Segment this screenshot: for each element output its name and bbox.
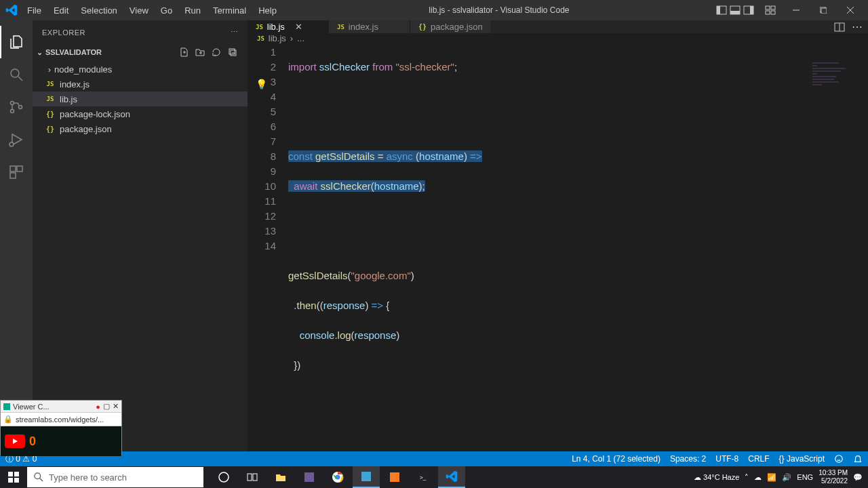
customize-layout-icon[interactable] <box>765 5 776 16</box>
overlay-url: streamlabs.com/widgets/... <box>16 415 104 424</box>
tab-label: index.js <box>349 22 378 32</box>
minimap[interactable] <box>812 62 860 130</box>
new-file-icon[interactable] <box>178 47 189 58</box>
editor-area: JS lib.js ✕ JS index.js {} package.json … <box>248 20 868 451</box>
breadcrumb-tail: ... <box>297 33 304 43</box>
close-tab-icon[interactable]: ✕ <box>294 22 304 32</box>
menu-help[interactable]: Help <box>253 3 282 18</box>
svg-rect-3 <box>730 11 740 14</box>
window-close-button[interactable] <box>838 1 863 20</box>
menu-selection[interactable]: Selection <box>75 3 122 18</box>
menu-bar: File Edit Selection View Go Run Terminal… <box>22 3 282 18</box>
file-label: node_modules <box>54 64 112 75</box>
svg-point-18 <box>11 110 14 113</box>
file-item[interactable]: {} package.json <box>33 121 248 136</box>
taskbar-search[interactable]: Type here to search <box>27 467 203 487</box>
toggle-primary-sidebar-icon[interactable] <box>716 5 727 16</box>
editor-tab[interactable]: JS index.js <box>329 20 410 33</box>
svg-rect-38 <box>8 478 13 483</box>
start-button[interactable] <box>0 466 27 488</box>
toggle-panel-icon[interactable] <box>730 5 741 16</box>
layout-buttons <box>716 5 776 16</box>
collapse-all-icon[interactable] <box>227 47 238 58</box>
code-editor[interactable]: 1234567891011121314 💡 import sslChecker … <box>248 43 868 488</box>
activity-source-control-icon[interactable] <box>0 91 33 123</box>
vscode-logo-icon <box>5 4 18 16</box>
json-file-icon: {} <box>418 23 427 30</box>
editor-tab-bar: JS lib.js ✕ JS index.js {} package.json … <box>248 20 868 33</box>
file-label: lib.js <box>60 94 77 104</box>
js-file-icon: JS <box>256 24 263 30</box>
svg-rect-36 <box>8 472 13 476</box>
svg-rect-7 <box>771 6 775 9</box>
activity-run-debug-icon[interactable] <box>0 123 33 156</box>
editor-more-icon[interactable]: ⋯ <box>852 20 863 33</box>
svg-point-17 <box>11 102 14 105</box>
file-label: index.js <box>60 79 90 89</box>
menu-file[interactable]: File <box>22 3 47 18</box>
window-minimize-button[interactable] <box>784 1 808 20</box>
file-item-folder[interactable]: › node_modules <box>33 62 248 77</box>
code-content[interactable]: import sslChecker from "ssl-checker"; co… <box>288 43 868 488</box>
svg-point-21 <box>9 142 14 146</box>
toggle-secondary-sidebar-icon[interactable] <box>743 5 754 16</box>
lock-icon: 🔒 <box>3 415 13 424</box>
file-label: package.json <box>60 124 112 134</box>
tab-label: package.json <box>431 22 483 32</box>
title-bar: File Edit Selection View Go Run Terminal… <box>0 0 868 20</box>
refresh-icon[interactable] <box>211 47 222 58</box>
svg-rect-1 <box>717 6 720 14</box>
menu-edit[interactable]: Edit <box>48 3 74 18</box>
overlay-browser-window[interactable]: Viewer C... ● ▢ ✕ 🔒 streamlabs.com/widge… <box>0 400 122 455</box>
file-item[interactable]: {} package-lock.json <box>33 106 248 121</box>
tab-label: lib.js <box>267 22 285 32</box>
activity-extensions-icon[interactable] <box>0 156 33 188</box>
window-maximize-button[interactable] <box>811 1 835 20</box>
file-label: package-lock.json <box>60 109 130 119</box>
svg-rect-8 <box>766 11 770 14</box>
taskbar-cortana-icon[interactable] <box>210 466 237 488</box>
sidebar-more-icon[interactable]: ⋯ <box>231 28 239 37</box>
overlay-favicon <box>3 403 10 410</box>
file-item[interactable]: JS index.js <box>33 77 248 92</box>
overlay-title: Viewer C... <box>13 403 93 411</box>
chevron-down-icon: ⌄ <box>37 48 43 57</box>
breadcrumb-separator: › <box>290 33 293 43</box>
svg-rect-6 <box>766 6 770 9</box>
split-editor-icon[interactable] <box>834 22 845 33</box>
svg-rect-23 <box>17 166 22 171</box>
activity-search-icon[interactable] <box>0 58 33 91</box>
project-header[interactable]: ⌄ SSLVALIDATOR <box>33 44 248 60</box>
lightbulb-icon[interactable]: 💡 <box>256 77 267 92</box>
search-placeholder: Type here to search <box>49 472 127 483</box>
new-folder-icon[interactable] <box>195 47 205 58</box>
js-file-icon: JS <box>45 81 56 87</box>
chevron-right-icon: › <box>45 64 54 75</box>
overlay-notification-badge: ● <box>96 403 100 411</box>
menu-go[interactable]: Go <box>155 3 178 18</box>
sidebar-title: Explorer <box>42 28 85 37</box>
overlay-maximize-icon[interactable]: ▢ <box>103 402 110 411</box>
js-file-icon: JS <box>45 96 56 102</box>
svg-point-19 <box>19 106 22 109</box>
youtube-icon <box>5 434 25 448</box>
editor-tab[interactable]: JS lib.js ✕ <box>248 20 329 33</box>
svg-rect-30 <box>229 49 235 54</box>
json-file-icon: {} <box>45 125 56 133</box>
overlay-close-icon[interactable]: ✕ <box>113 402 119 411</box>
file-item[interactable]: JS lib.js <box>33 92 248 106</box>
editor-tab[interactable]: {} package.json <box>410 20 492 33</box>
svg-rect-22 <box>10 166 16 171</box>
menu-terminal[interactable]: Terminal <box>208 3 252 18</box>
breadcrumb-file: lib.js <box>269 33 286 43</box>
activity-explorer-icon[interactable] <box>0 26 33 58</box>
js-file-icon: JS <box>257 35 264 42</box>
activity-bar <box>0 20 33 451</box>
svg-point-15 <box>11 69 19 77</box>
menu-run[interactable]: Run <box>179 3 206 18</box>
breadcrumb[interactable]: JS lib.js › ... <box>248 33 868 43</box>
svg-rect-9 <box>771 11 775 14</box>
svg-rect-12 <box>821 8 827 14</box>
svg-line-16 <box>18 77 22 81</box>
menu-view[interactable]: View <box>124 3 154 18</box>
